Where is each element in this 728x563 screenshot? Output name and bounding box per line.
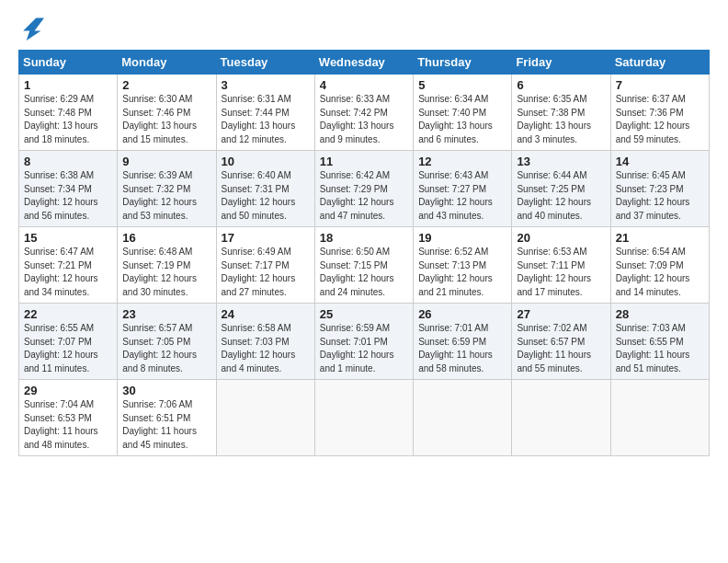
calendar-cell: 5Sunrise: 6:34 AM Sunset: 7:40 PM Daylig… [414,75,512,151]
calendar-cell: 3Sunrise: 6:31 AM Sunset: 7:44 PM Daylig… [216,75,314,151]
day-info: Sunrise: 6:40 AM Sunset: 7:31 PM Dayligh… [222,169,310,223]
calendar-cell: 1Sunrise: 6:29 AM Sunset: 7:48 PM Daylig… [19,75,118,151]
day-number: 20 [517,231,605,245]
calendar-cell: 16Sunrise: 6:48 AM Sunset: 7:19 PM Dayli… [118,227,216,304]
day-number: 10 [222,155,310,168]
calendar-cell: 18Sunrise: 6:50 AM Sunset: 7:15 PM Dayli… [314,227,413,304]
calendar-cell: 22Sunrise: 6:55 AM Sunset: 7:07 PM Dayli… [19,304,118,380]
day-info: Sunrise: 6:49 AM Sunset: 7:17 PM Dayligh… [222,246,310,299]
day-info: Sunrise: 6:52 AM Sunset: 7:13 PM Dayligh… [418,246,506,299]
day-info: Sunrise: 7:04 AM Sunset: 6:53 PM Dayligh… [24,398,112,452]
day-number: 28 [616,307,704,321]
calendar-cell: 12Sunrise: 6:43 AM Sunset: 7:27 PM Dayli… [414,151,512,227]
day-info: Sunrise: 6:30 AM Sunset: 7:46 PM Dayligh… [122,93,210,146]
day-info: Sunrise: 6:35 AM Sunset: 7:38 PM Dayligh… [517,93,605,146]
day-info: Sunrise: 6:44 AM Sunset: 7:25 PM Dayligh… [517,169,605,223]
day-info: Sunrise: 6:50 AM Sunset: 7:15 PM Dayligh… [320,246,408,299]
day-number: 29 [24,384,112,397]
day-number: 8 [24,155,112,168]
calendar-week-row: 15Sunrise: 6:47 AM Sunset: 7:21 PM Dayli… [19,227,710,304]
calendar-cell [414,380,512,456]
calendar-cell: 2Sunrise: 6:30 AM Sunset: 7:46 PM Daylig… [118,75,216,151]
day-number: 27 [517,307,605,321]
calendar-cell: 15Sunrise: 6:47 AM Sunset: 7:21 PM Dayli… [19,227,118,304]
day-info: Sunrise: 6:31 AM Sunset: 7:44 PM Dayligh… [222,93,310,146]
calendar-header-saturday: Saturday [610,51,709,75]
day-number: 6 [517,78,605,92]
calendar-week-row: 22Sunrise: 6:55 AM Sunset: 7:07 PM Dayli… [19,304,710,380]
day-info: Sunrise: 6:29 AM Sunset: 7:48 PM Dayligh… [24,93,112,146]
calendar-cell: 30Sunrise: 7:06 AM Sunset: 6:51 PM Dayli… [118,380,216,456]
day-number: 16 [122,231,210,245]
day-number: 23 [122,307,210,321]
calendar-header-thursday: Thursday [414,51,512,75]
calendar-cell [512,380,610,456]
calendar-cell: 11Sunrise: 6:42 AM Sunset: 7:29 PM Dayli… [314,151,413,227]
day-info: Sunrise: 6:57 AM Sunset: 7:05 PM Dayligh… [122,322,210,375]
calendar-cell: 20Sunrise: 6:53 AM Sunset: 7:11 PM Dayli… [512,227,610,304]
day-info: Sunrise: 6:58 AM Sunset: 7:03 PM Dayligh… [222,322,310,375]
day-info: Sunrise: 6:45 AM Sunset: 7:23 PM Dayligh… [616,169,704,223]
calendar-cell [610,380,709,456]
day-number: 4 [320,78,408,92]
calendar-header-monday: Monday [118,51,216,75]
day-info: Sunrise: 7:02 AM Sunset: 6:57 PM Dayligh… [517,322,605,375]
day-number: 25 [320,307,408,321]
calendar-cell: 6Sunrise: 6:35 AM Sunset: 7:38 PM Daylig… [512,75,610,151]
day-number: 11 [320,155,408,168]
day-info: Sunrise: 6:43 AM Sunset: 7:27 PM Dayligh… [418,169,506,223]
day-info: Sunrise: 7:03 AM Sunset: 6:55 PM Dayligh… [616,322,704,375]
day-number: 2 [122,78,210,92]
calendar-cell: 13Sunrise: 6:44 AM Sunset: 7:25 PM Dayli… [512,151,610,227]
calendar-cell: 21Sunrise: 6:54 AM Sunset: 7:09 PM Dayli… [610,227,709,304]
day-number: 1 [24,78,112,92]
page: SundayMondayTuesdayWednesdayThursdayFrid… [0,0,728,563]
day-number: 19 [418,231,506,245]
calendar-cell: 29Sunrise: 7:04 AM Sunset: 6:53 PM Dayli… [19,380,118,456]
day-info: Sunrise: 7:01 AM Sunset: 6:59 PM Dayligh… [418,322,506,375]
day-info: Sunrise: 6:54 AM Sunset: 7:09 PM Dayligh… [616,246,704,299]
calendar-week-row: 29Sunrise: 7:04 AM Sunset: 6:53 PM Dayli… [19,380,710,456]
calendar-cell: 27Sunrise: 7:02 AM Sunset: 6:57 PM Dayli… [512,304,610,380]
day-info: Sunrise: 6:39 AM Sunset: 7:32 PM Dayligh… [122,169,210,223]
day-info: Sunrise: 6:53 AM Sunset: 7:11 PM Dayligh… [517,246,605,299]
calendar-cell: 4Sunrise: 6:33 AM Sunset: 7:42 PM Daylig… [314,75,413,151]
day-number: 9 [122,155,210,168]
day-number: 14 [616,155,704,168]
day-info: Sunrise: 6:47 AM Sunset: 7:21 PM Dayligh… [24,246,112,299]
calendar-cell: 28Sunrise: 7:03 AM Sunset: 6:55 PM Dayli… [610,304,709,380]
calendar-header-friday: Friday [512,51,610,75]
day-number: 18 [320,231,408,245]
calendar-table: SundayMondayTuesdayWednesdayThursdayFrid… [18,50,710,456]
day-number: 17 [222,231,310,245]
calendar-header-wednesday: Wednesday [314,51,413,75]
header [18,15,710,40]
calendar-cell: 24Sunrise: 6:58 AM Sunset: 7:03 PM Dayli… [216,304,314,380]
day-info: Sunrise: 6:37 AM Sunset: 7:36 PM Dayligh… [616,93,704,146]
logo-icon [18,15,44,40]
calendar-week-row: 1Sunrise: 6:29 AM Sunset: 7:48 PM Daylig… [19,75,710,151]
calendar-cell: 8Sunrise: 6:38 AM Sunset: 7:34 PM Daylig… [19,151,118,227]
day-number: 3 [222,78,310,92]
day-info: Sunrise: 6:34 AM Sunset: 7:40 PM Dayligh… [418,93,506,146]
day-info: Sunrise: 6:59 AM Sunset: 7:01 PM Dayligh… [320,322,408,375]
day-number: 13 [517,155,605,168]
calendar-cell: 19Sunrise: 6:52 AM Sunset: 7:13 PM Dayli… [414,227,512,304]
day-info: Sunrise: 6:38 AM Sunset: 7:34 PM Dayligh… [24,169,112,223]
calendar-cell: 14Sunrise: 6:45 AM Sunset: 7:23 PM Dayli… [610,151,709,227]
svg-marker-0 [23,18,44,41]
day-number: 22 [24,307,112,321]
day-info: Sunrise: 6:42 AM Sunset: 7:29 PM Dayligh… [320,169,408,223]
day-info: Sunrise: 6:48 AM Sunset: 7:19 PM Dayligh… [122,246,210,299]
day-info: Sunrise: 7:06 AM Sunset: 6:51 PM Dayligh… [122,398,210,452]
day-number: 30 [122,384,210,397]
day-number: 21 [616,231,704,245]
logo [18,15,46,40]
calendar-header-tuesday: Tuesday [216,51,314,75]
calendar-cell: 23Sunrise: 6:57 AM Sunset: 7:05 PM Dayli… [118,304,216,380]
day-number: 15 [24,231,112,245]
day-number: 7 [616,78,704,92]
calendar-header-row: SundayMondayTuesdayWednesdayThursdayFrid… [19,51,710,75]
calendar-header-sunday: Sunday [19,51,118,75]
day-info: Sunrise: 6:33 AM Sunset: 7:42 PM Dayligh… [320,93,408,146]
